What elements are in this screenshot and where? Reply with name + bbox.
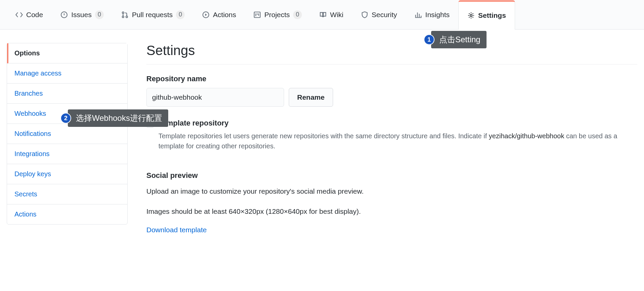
graph-icon <box>415 11 422 18</box>
sidebar-item-integrations[interactable]: Integrations <box>7 144 127 164</box>
sidebar-item-actions[interactable]: Actions <box>7 204 127 224</box>
annotation-badge-2: 2 <box>60 113 71 124</box>
tab-code-label: Code <box>26 11 43 19</box>
sidebar-branches-label: Branches <box>14 90 43 97</box>
social-preview-desc1: Upload an image to customize your reposi… <box>146 186 637 197</box>
play-icon <box>202 11 210 18</box>
annotation-1: 1 点击Setting <box>424 31 487 48</box>
annotation-text-1: 点击Setting <box>431 31 487 48</box>
gear-icon <box>467 12 475 19</box>
shield-icon <box>361 11 368 18</box>
tab-code[interactable]: Code <box>7 0 52 29</box>
tab-settings[interactable]: Settings <box>458 0 515 30</box>
settings-sidebar: Options Manage access Branches Webhooks … <box>7 43 128 225</box>
annotation-badge-1: 1 <box>424 34 434 45</box>
sidebar-item-secrets[interactable]: Secrets <box>7 184 127 204</box>
tab-insights-label: Insights <box>425 11 450 19</box>
svg-point-1 <box>122 12 124 13</box>
sidebar-actions-label: Actions <box>14 210 37 218</box>
projects-count: 0 <box>293 10 302 19</box>
rename-button[interactable]: Rename <box>289 88 333 107</box>
settings-main: Settings Repository name Rename Template… <box>146 43 637 234</box>
svg-point-2 <box>122 16 124 17</box>
tab-pr-label: Pull requests <box>132 11 173 19</box>
tab-insights[interactable]: Insights <box>406 0 458 29</box>
code-icon <box>15 11 23 18</box>
pr-count: 0 <box>176 10 185 19</box>
tab-security-label: Security <box>372 11 397 19</box>
tab-wiki[interactable]: Wiki <box>311 0 352 29</box>
sidebar-item-deploy-keys[interactable]: Deploy keys <box>7 164 127 184</box>
project-icon <box>254 11 261 18</box>
sidebar-integrations-label: Integrations <box>14 150 50 157</box>
tab-pull-requests[interactable]: Pull requests 0 <box>112 0 193 29</box>
repo-name-input[interactable] <box>146 88 284 107</box>
sidebar-options-label: Options <box>14 49 40 57</box>
page-title: Settings <box>146 43 637 64</box>
social-preview-title: Social preview <box>146 171 637 180</box>
tab-issues-label: Issues <box>71 11 92 19</box>
tab-actions-label: Actions <box>213 11 236 19</box>
tab-actions[interactable]: Actions <box>193 0 245 29</box>
tab-projects[interactable]: Projects 0 <box>245 0 311 29</box>
issue-icon <box>60 11 68 18</box>
tab-settings-label: Settings <box>478 11 506 19</box>
svg-point-3 <box>126 16 128 17</box>
repo-nav-tabs: Code Issues 0 Pull requests 0 Actions Pr… <box>0 0 644 30</box>
sidebar-item-manage-access[interactable]: Manage access <box>7 63 127 84</box>
tab-issues[interactable]: Issues 0 <box>52 0 112 29</box>
sidebar-webhooks-label: Webhooks <box>14 110 46 117</box>
issues-count: 0 <box>95 10 104 19</box>
sidebar-manage-access-label: Manage access <box>14 69 61 77</box>
sidebar-item-branches[interactable]: Branches <box>7 84 127 104</box>
book-icon <box>319 11 327 18</box>
template-repo-label: Template repository <box>158 119 229 128</box>
tab-wiki-label: Wiki <box>330 11 343 19</box>
download-template-link[interactable]: Download template <box>146 226 637 234</box>
sidebar-secrets-label: Secrets <box>14 190 37 198</box>
sidebar-notifications-label: Notifications <box>14 130 51 137</box>
svg-point-6 <box>470 14 472 16</box>
social-preview-desc2: Images should be at least 640×320px (128… <box>146 206 637 217</box>
tab-projects-label: Projects <box>264 11 290 19</box>
annotation-text-2: 选择Webhooks进行配置 <box>68 109 168 127</box>
annotation-2: 2 选择Webhooks进行配置 <box>60 109 168 127</box>
sidebar-item-options[interactable]: Options <box>7 43 127 63</box>
tab-security[interactable]: Security <box>352 0 406 29</box>
template-help-text: Template repositories let users generate… <box>158 131 637 151</box>
sidebar-deploy-keys-label: Deploy keys <box>14 170 51 178</box>
repo-name-label: Repository name <box>146 75 637 83</box>
sidebar-item-notifications[interactable]: Notifications <box>7 124 127 144</box>
pull-request-icon <box>121 11 129 18</box>
